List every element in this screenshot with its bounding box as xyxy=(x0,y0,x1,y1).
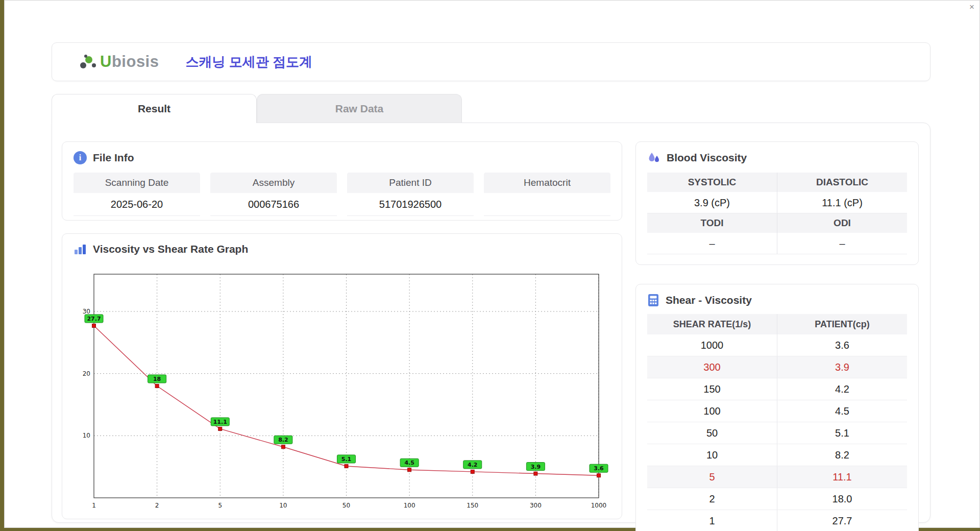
svg-text:3.9: 3.9 xyxy=(531,464,541,470)
svg-text:11.1: 11.1 xyxy=(213,419,227,425)
table-cell: 100 xyxy=(647,400,777,422)
blood-viscosity-title-text: Blood Viscosity xyxy=(667,152,747,164)
chart-area: 1020301251050100150300100027.71811.18.25… xyxy=(74,261,610,515)
table-row: 511.1 xyxy=(647,466,907,488)
bv-value: 3.9 (cP) xyxy=(647,192,777,213)
viscosity-chart: 1020301251050100150300100027.71811.18.25… xyxy=(74,261,610,513)
table-cell: 3.9 xyxy=(777,356,908,378)
file-info-field-patient-id: Patient ID51701926500 xyxy=(347,173,474,216)
svg-text:5.1: 5.1 xyxy=(341,456,352,463)
svg-text:1000: 1000 xyxy=(591,502,607,509)
svg-text:4.5: 4.5 xyxy=(404,460,414,466)
field-value: 51701926500 xyxy=(347,193,474,216)
file-info-title: i File Info xyxy=(74,151,610,164)
graph-section: Viscosity vs Shear Rate Graph 1020301251… xyxy=(62,233,622,519)
table-row: 108.2 xyxy=(647,444,907,466)
bv-label: ODI xyxy=(777,213,907,233)
table-row: 1504.2 xyxy=(647,378,907,400)
bv-label-row: TODIODI xyxy=(647,213,907,233)
shear-viscosity-title-text: Shear - Viscosity xyxy=(666,294,752,306)
table-cell: 4.2 xyxy=(777,378,908,400)
shear-viscosity-title: Shear - Viscosity xyxy=(647,294,907,307)
calculator-icon xyxy=(647,294,659,307)
svg-text:18: 18 xyxy=(153,376,161,382)
table-row: 3003.9 xyxy=(647,356,907,378)
graph-title-text: Viscosity vs Shear Rate Graph xyxy=(93,243,248,255)
svg-text:50: 50 xyxy=(342,502,350,509)
bv-label: SYSTOLIC xyxy=(647,173,777,192)
svg-text:4.2: 4.2 xyxy=(468,462,478,468)
svg-text:30: 30 xyxy=(83,308,90,315)
table-cell: 300 xyxy=(647,356,777,378)
svg-text:27.7: 27.7 xyxy=(87,316,101,322)
shear-viscosity-table: SHEAR RATE(1/s)PATIENT(cp)10003.63003.91… xyxy=(647,314,907,531)
blood-viscosity-section: Blood Viscosity SYSTOLICDIASTOLIC3.9 (cP… xyxy=(635,141,919,265)
table-header-row: SHEAR RATE(1/s)PATIENT(cp) xyxy=(647,314,907,334)
field-label: Assembly xyxy=(210,173,337,193)
table-cell: 1 xyxy=(647,510,777,531)
svg-text:20: 20 xyxy=(83,370,90,377)
table-row: 127.7 xyxy=(647,510,907,531)
graph-title: Viscosity vs Shear Rate Graph xyxy=(74,243,610,255)
table-cell: 150 xyxy=(647,378,777,400)
table-row: 1004.5 xyxy=(647,400,907,422)
close-icon[interactable]: × xyxy=(969,3,974,11)
table-cell: 3.6 xyxy=(777,334,908,356)
bv-value: – xyxy=(647,233,777,254)
table-cell: 5.1 xyxy=(777,422,908,444)
droplet-icon xyxy=(647,151,660,164)
page-title: 스캐닝 모세관 점도계 xyxy=(185,53,312,71)
table-cell: 2 xyxy=(647,488,777,510)
bv-value-row: 3.9 (cP)11.1 (cP) xyxy=(647,192,907,213)
file-info-section: i File Info Scanning Date2025-06-20Assem… xyxy=(62,141,622,221)
left-column: i File Info Scanning Date2025-06-20Assem… xyxy=(62,141,622,513)
page: Ubiosis 스캐닝 모세관 점도계 ResultRaw Data i Fil… xyxy=(5,1,979,523)
file-info-field-hematocrit: Hematocrit xyxy=(484,173,610,216)
tab-bar: ResultRaw Data xyxy=(52,94,930,123)
field-value: 000675166 xyxy=(210,193,337,216)
logo-leaf-icon xyxy=(79,53,97,70)
right-column: Blood Viscosity SYSTOLICDIASTOLIC3.9 (cP… xyxy=(635,141,919,513)
column-header: PATIENT(cp) xyxy=(777,314,908,334)
table-row: 218.0 xyxy=(647,488,907,510)
main-panel: i File Info Scanning Date2025-06-20Assem… xyxy=(52,123,930,523)
table-cell: 10 xyxy=(647,444,777,466)
bv-value-row: –– xyxy=(647,233,907,254)
svg-text:300: 300 xyxy=(530,502,542,509)
bv-label-row: SYSTOLICDIASTOLIC xyxy=(647,173,907,192)
blood-viscosity-title: Blood Viscosity xyxy=(647,151,907,164)
bv-value: 11.1 (cP) xyxy=(777,192,907,213)
column-header: SHEAR RATE(1/s) xyxy=(647,314,777,334)
svg-text:5: 5 xyxy=(218,502,222,509)
svg-text:10: 10 xyxy=(279,502,287,509)
table-cell: 8.2 xyxy=(777,444,908,466)
file-info-fields: Scanning Date2025-06-20Assembly000675166… xyxy=(74,173,610,216)
svg-text:3.6: 3.6 xyxy=(594,465,604,472)
blood-viscosity-grid: SYSTOLICDIASTOLIC3.9 (cP)11.1 (cP)TODIOD… xyxy=(647,173,907,254)
table-cell: 5 xyxy=(647,466,777,488)
field-label: Hematocrit xyxy=(484,173,610,193)
table-cell: 18.0 xyxy=(777,488,908,510)
field-label: Patient ID xyxy=(347,173,474,193)
table-cell: 50 xyxy=(647,422,777,444)
table-cell: 4.5 xyxy=(777,400,908,422)
shear-viscosity-section: Shear - Viscosity SHEAR RATE(1/s)PATIENT… xyxy=(635,284,919,531)
field-value xyxy=(484,193,610,216)
svg-text:8.2: 8.2 xyxy=(278,437,288,443)
bar-chart-icon xyxy=(74,243,87,255)
app-window: × Ubiosis 스캐닝 모세관 점도계 ResultRaw Data xyxy=(4,0,980,528)
tab-raw-data[interactable]: Raw Data xyxy=(257,94,462,123)
logo-text: Ubiosis xyxy=(100,53,159,71)
table-cell: 27.7 xyxy=(777,510,908,531)
field-value: 2025-06-20 xyxy=(74,193,200,216)
bv-label: DIASTOLIC xyxy=(777,173,907,192)
header: Ubiosis 스캐닝 모세관 점도계 xyxy=(52,42,930,81)
table-cell: 11.1 xyxy=(777,466,908,488)
file-info-title-text: File Info xyxy=(93,152,134,164)
ubiosis-logo: Ubiosis xyxy=(79,53,159,71)
tab-result[interactable]: Result xyxy=(52,94,257,123)
file-info-field-scanning-date: Scanning Date2025-06-20 xyxy=(74,173,200,216)
svg-text:1: 1 xyxy=(92,502,96,509)
bv-label: TODI xyxy=(647,213,777,233)
file-info-field-assembly: Assembly000675166 xyxy=(210,173,337,216)
